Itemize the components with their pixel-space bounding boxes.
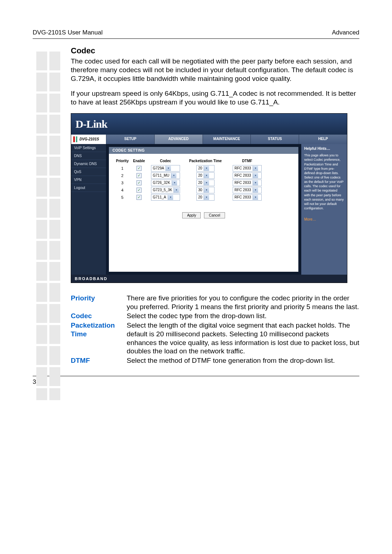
codec-row: 5✓G711_A▾20▾RFC 2833▾ — [114, 194, 293, 201]
pkt-select[interactable]: 20▾ — [196, 172, 215, 179]
chevron-down-icon: ▾ — [204, 188, 209, 193]
paragraph-1: The codec used for each call will be neg… — [71, 57, 359, 83]
hints-more-link[interactable]: More… — [304, 217, 316, 222]
dtmf-select[interactable]: RFC 2833▾ — [233, 194, 262, 201]
def-text-codec: Select the codec type from the drop-down… — [127, 312, 359, 320]
row-priority: 2 — [114, 173, 131, 178]
enable-checkbox[interactable]: ✓ — [136, 166, 142, 171]
product-tab: DVG-2101S — [71, 135, 106, 144]
header-left: DVG-2101S User Manual — [33, 29, 103, 36]
hints-title: Helpful Hints… — [304, 146, 344, 151]
left-ddns[interactable]: Dynamic DNS — [71, 160, 106, 168]
col-enable: Enable — [131, 157, 147, 164]
chevron-down-icon: ▾ — [253, 195, 258, 200]
chevron-down-icon: ▾ — [253, 180, 258, 185]
definitions: Priority There are five priorities for y… — [71, 294, 359, 365]
codec-select[interactable]: G726_32K▾ — [151, 180, 180, 186]
pkt-select[interactable]: 20▾ — [196, 165, 215, 172]
enable-checkbox[interactable]: ✓ — [136, 188, 142, 193]
codec-row: 4✓G723_5_3K▾30▾RFC 2833▾ — [114, 187, 293, 193]
chevron-down-icon: ▾ — [204, 195, 209, 200]
nav-maintenance[interactable]: MAINTENANCE — [203, 135, 251, 144]
def-text-dtmf: Select the method of DTMF tone generatio… — [127, 356, 359, 365]
codec-row: 2✓G711_MU▾20▾RFC 2833▾ — [114, 172, 293, 179]
left-menu: VoIP Settings DNS Dynamic DNS QoS VPN Lo… — [71, 144, 106, 275]
chevron-down-icon: ▾ — [168, 195, 173, 200]
codec-select[interactable]: G711_A▾ — [151, 194, 180, 201]
chevron-down-icon: ▾ — [253, 188, 258, 193]
screenshot-footer: BROADBAND — [71, 275, 347, 283]
nav-help[interactable]: HELP — [299, 135, 347, 144]
row-priority: 1 — [114, 166, 131, 171]
divider-bottom — [33, 376, 359, 376]
left-logout[interactable]: Logout — [71, 184, 106, 192]
codec-select[interactable]: G723_5_3K▾ — [151, 187, 180, 193]
brand-logo: D-Link — [75, 118, 107, 130]
chevron-down-icon: ▾ — [204, 166, 209, 171]
row-priority: 5 — [114, 195, 131, 200]
pkt-select[interactable]: 30▾ — [196, 187, 215, 193]
hints-body: This page allows you to select Codec pre… — [304, 153, 344, 210]
apply-button[interactable]: Apply — [182, 212, 201, 218]
chevron-down-icon: ▾ — [253, 166, 258, 171]
row-priority: 3 — [114, 181, 131, 185]
row-priority: 4 — [114, 188, 131, 192]
chevron-down-icon: ▾ — [253, 173, 258, 178]
chevron-down-icon: ▾ — [173, 188, 179, 193]
nav-advanced[interactable]: ADVANCED — [154, 135, 203, 144]
left-vpn[interactable]: VPN — [71, 176, 106, 184]
pkt-select[interactable]: 20▾ — [196, 180, 215, 186]
dtmf-select[interactable]: RFC 2833▾ — [233, 180, 262, 186]
panel-title: CODEC SETTING — [109, 147, 298, 154]
enable-checkbox[interactable]: ✓ — [136, 195, 142, 200]
pkt-select[interactable]: 20▾ — [196, 194, 215, 201]
def-label-priority: Priority — [71, 294, 127, 311]
def-label-dtmf: DTMF — [71, 356, 127, 365]
left-voip[interactable]: VoIP Settings — [71, 144, 106, 152]
page-number: 30 — [33, 378, 359, 386]
cancel-button[interactable]: Cancel — [204, 212, 225, 218]
nav-status[interactable]: STATUS — [250, 135, 299, 144]
codec-row: 1✓G729A▾20▾RFC 2833▾ — [114, 165, 293, 172]
chevron-down-icon: ▾ — [172, 180, 177, 185]
chevron-down-icon: ▾ — [166, 166, 171, 171]
def-label-codec: Codec — [71, 312, 127, 320]
col-dtmf: DTMF — [227, 157, 267, 164]
admin-screenshot: D-Link DVG-2101S SETUP ADVANCED MAINTENA… — [71, 113, 347, 283]
def-label-pkt: Packetization Time — [71, 321, 127, 356]
codec-select[interactable]: G711_MU▾ — [151, 172, 180, 179]
hints-panel: Helpful Hints… This page allows you to s… — [301, 144, 347, 275]
col-codec: Codec — [147, 157, 184, 164]
header-right: Advanced — [332, 29, 359, 36]
col-pkt: Packetization Time — [184, 157, 227, 164]
left-qos[interactable]: QoS — [71, 168, 106, 176]
paragraph-2: If your upstream speed is only 64Kbps, u… — [71, 89, 359, 107]
chevron-down-icon: ▾ — [204, 173, 209, 178]
enable-checkbox[interactable]: ✓ — [136, 180, 142, 185]
def-text-priority: There are five priorities for you to con… — [127, 294, 359, 311]
divider — [33, 38, 359, 39]
def-text-pkt: Select the length of the digital voice s… — [127, 321, 359, 356]
nav-setup[interactable]: SETUP — [106, 135, 154, 144]
dtmf-select[interactable]: RFC 2833▾ — [233, 172, 262, 179]
chevron-down-icon: ▾ — [204, 180, 209, 185]
section-title: Codec — [71, 46, 359, 56]
sidebar-decoration — [36, 52, 62, 400]
codec-row: 3✓G726_32K▾20▾RFC 2833▾ — [114, 180, 293, 186]
codec-select[interactable]: G729A▾ — [151, 165, 180, 172]
dtmf-select[interactable]: RFC 2833▾ — [233, 165, 262, 172]
chevron-down-icon: ▾ — [171, 173, 176, 178]
enable-checkbox[interactable]: ✓ — [136, 173, 142, 178]
col-priority: Priority — [114, 157, 131, 164]
left-dns[interactable]: DNS — [71, 152, 106, 160]
dtmf-select[interactable]: RFC 2833▾ — [233, 187, 262, 193]
